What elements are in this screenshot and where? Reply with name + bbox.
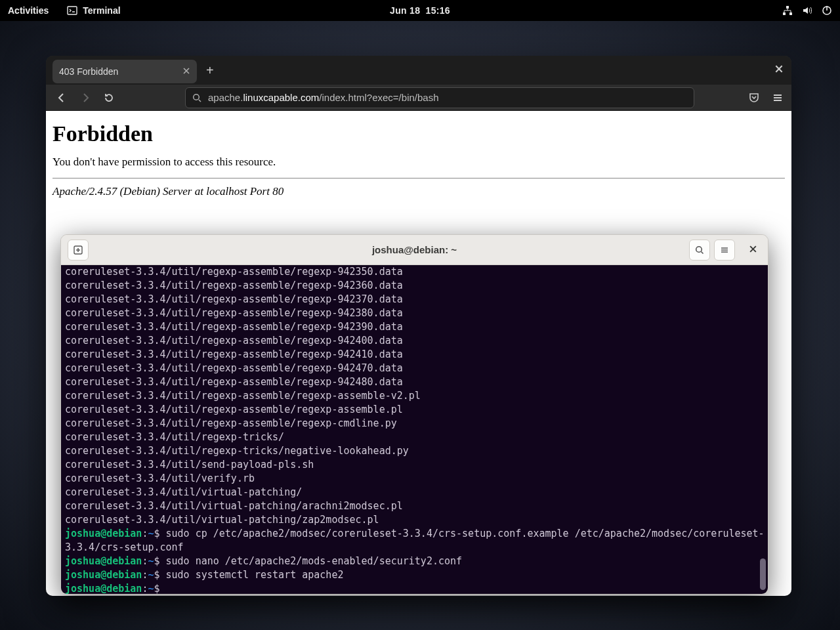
pocket-icon[interactable] bbox=[748, 92, 760, 104]
tab-strip: 403 Forbidden + bbox=[46, 56, 791, 85]
svg-rect-3 bbox=[789, 12, 792, 15]
gnome-topbar: Activities Terminal Jun 18 15:16 bbox=[0, 0, 840, 21]
svg-rect-5 bbox=[826, 6, 828, 10]
terminal-close-button[interactable] bbox=[744, 244, 761, 256]
svg-rect-0 bbox=[68, 7, 77, 14]
page-heading: Forbidden bbox=[52, 121, 785, 146]
tab-403-forbidden[interactable]: 403 Forbidden bbox=[52, 60, 197, 83]
back-button[interactable] bbox=[54, 90, 70, 106]
activities-button[interactable]: Activities bbox=[8, 5, 49, 16]
app-menu[interactable]: Terminal bbox=[67, 5, 120, 16]
volume-icon[interactable] bbox=[802, 5, 812, 16]
terminal-search-button[interactable] bbox=[689, 240, 710, 261]
page-divider bbox=[52, 178, 785, 178]
tab-close-icon[interactable] bbox=[182, 66, 190, 77]
new-tab-terminal-button[interactable] bbox=[68, 240, 89, 261]
new-tab-button[interactable]: + bbox=[206, 63, 214, 78]
reload-button[interactable] bbox=[101, 90, 117, 106]
terminal-menu-button[interactable] bbox=[714, 240, 735, 261]
hamburger-icon[interactable] bbox=[772, 92, 784, 104]
url-bar[interactable]: apache.linuxcapable.com/index.html?exec=… bbox=[185, 87, 694, 108]
svg-point-6 bbox=[194, 94, 200, 100]
power-icon[interactable] bbox=[822, 5, 832, 16]
terminal-body[interactable]: coreruleset-3.3.4/util/regexp-assemble/r… bbox=[61, 265, 768, 594]
clock[interactable]: Jun 18 15:16 bbox=[390, 5, 450, 16]
terminal-window: joshua@debian: ~ coreruleset-3.3.4/util/… bbox=[60, 234, 768, 595]
tab-title: 403 Forbidden bbox=[59, 66, 118, 77]
browser-close-icon[interactable] bbox=[774, 64, 784, 76]
network-icon[interactable] bbox=[782, 5, 793, 16]
terminal-title: joshua@debian: ~ bbox=[372, 244, 457, 255]
server-signature: Apache/2.4.57 (Debian) Server at localho… bbox=[52, 185, 785, 198]
svg-rect-1 bbox=[786, 6, 789, 9]
forward-button[interactable] bbox=[77, 90, 93, 106]
terminal-header: joshua@debian: ~ bbox=[61, 235, 768, 265]
terminal-scrollbar[interactable] bbox=[760, 558, 766, 590]
url-text: apache.linuxcapable.com/index.html?exec=… bbox=[208, 92, 439, 103]
app-menu-label: Terminal bbox=[83, 5, 120, 16]
svg-point-8 bbox=[696, 246, 702, 252]
svg-rect-2 bbox=[783, 12, 786, 15]
search-icon bbox=[192, 93, 201, 102]
browser-toolbar: apache.linuxcapable.com/index.html?exec=… bbox=[46, 85, 791, 111]
terminal-icon bbox=[67, 5, 77, 16]
page-message: You don't have permission to access this… bbox=[52, 156, 785, 169]
